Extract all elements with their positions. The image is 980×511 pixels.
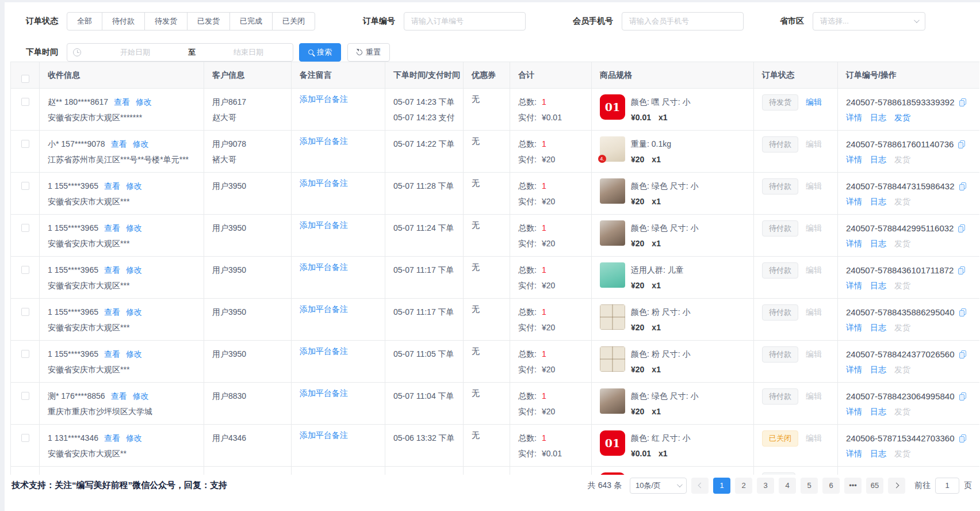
select-all-checkbox[interactable] — [21, 75, 29, 83]
prev-page-button[interactable] — [691, 478, 709, 494]
add-note-link[interactable]: 添加平台备注 — [300, 346, 348, 356]
log-link[interactable]: 日志 — [870, 407, 886, 416]
detail-link[interactable]: 详情 — [846, 155, 862, 164]
page-button-65[interactable]: 65 — [866, 478, 883, 494]
view-link[interactable]: 查看 — [104, 349, 120, 359]
date-range-picker[interactable]: 至 — [67, 43, 293, 62]
modify-link[interactable]: 修改 — [126, 433, 142, 443]
log-link[interactable]: 日志 — [870, 449, 886, 458]
page-button-3[interactable]: 3 — [757, 478, 774, 494]
start-date-input[interactable] — [85, 48, 186, 56]
next-page-button[interactable] — [888, 478, 905, 494]
row-checkbox[interactable] — [21, 350, 29, 358]
end-date-input[interactable] — [198, 48, 299, 56]
row-checkbox[interactable] — [21, 224, 29, 232]
status-filter-pending-payment[interactable]: 待付款 — [102, 12, 145, 30]
copy-icon[interactable] — [958, 140, 965, 148]
view-link[interactable]: 查看 — [104, 223, 120, 232]
copy-icon[interactable] — [958, 224, 965, 232]
row-checkbox[interactable] — [21, 392, 29, 400]
header-orderno: 订单编号/操作 — [838, 62, 980, 89]
modify-link[interactable]: 修改 — [133, 139, 149, 148]
view-link[interactable]: 查看 — [114, 97, 130, 106]
modify-link[interactable]: 修改 — [126, 349, 142, 359]
detail-link[interactable]: 详情 — [846, 197, 862, 206]
log-link[interactable]: 日志 — [870, 113, 886, 122]
view-link[interactable]: 查看 — [104, 181, 120, 190]
log-link[interactable]: 日志 — [870, 197, 886, 206]
edit-status-link[interactable]: 编辑 — [806, 97, 822, 106]
customer-id: 用户3950 — [212, 178, 286, 194]
modify-link[interactable]: 修改 — [126, 307, 142, 316]
copy-icon[interactable] — [959, 98, 966, 106]
detail-link[interactable]: 详情 — [846, 407, 862, 416]
row-checkbox[interactable] — [21, 140, 29, 148]
row-checkbox[interactable] — [21, 98, 29, 106]
modify-link[interactable]: 修改 — [126, 223, 142, 232]
row-checkbox[interactable] — [21, 182, 29, 190]
add-note-link[interactable]: 添加平台备注 — [300, 178, 348, 188]
view-link[interactable]: 查看 — [104, 433, 120, 443]
log-link[interactable]: 日志 — [870, 239, 886, 248]
page-size-select[interactable]: 10条/页 — [630, 478, 687, 494]
status-filter-shipped[interactable]: 已发货 — [187, 12, 230, 30]
modify-link[interactable]: 修改 — [136, 97, 152, 106]
add-note-link[interactable]: 添加平台备注 — [300, 220, 348, 230]
view-link[interactable]: 查看 — [111, 391, 127, 401]
log-link[interactable]: 日志 — [870, 365, 886, 374]
add-note-link[interactable]: 添加平台备注 — [300, 430, 348, 440]
view-link[interactable]: 查看 — [104, 265, 120, 274]
table-row: 1 155****3965查看修改安徽省安庆市大观区*** 用户3950 添加平… — [11, 257, 980, 299]
product-spec: 颜色: 绿色 尺寸: 小 — [631, 178, 698, 194]
region-select[interactable]: 请选择... — [813, 12, 925, 30]
detail-link[interactable]: 详情 — [846, 113, 862, 122]
search-button[interactable]: 搜索 — [299, 43, 341, 62]
status-filter-completed[interactable]: 已完成 — [229, 12, 273, 30]
page-button-1[interactable]: 1 — [713, 478, 730, 494]
coupon-value: 无 — [464, 89, 510, 131]
ship-link[interactable]: 发货 — [894, 113, 910, 122]
copy-icon[interactable] — [959, 434, 966, 443]
add-note-link[interactable]: 添加平台备注 — [300, 304, 348, 314]
log-link[interactable]: 日志 — [870, 155, 886, 164]
copy-icon[interactable] — [958, 266, 965, 274]
member-phone-input[interactable] — [622, 12, 744, 30]
copy-icon[interactable] — [959, 182, 966, 190]
detail-link[interactable]: 详情 — [846, 449, 862, 458]
page-button-5[interactable]: 5 — [801, 478, 818, 494]
reset-button[interactable]: 重置 — [347, 43, 390, 62]
add-note-link[interactable]: 添加平台备注 — [300, 94, 348, 104]
copy-icon[interactable] — [959, 392, 966, 401]
modify-link[interactable]: 修改 — [126, 181, 142, 190]
detail-link[interactable]: 详情 — [846, 323, 862, 332]
modify-link[interactable]: 修改 — [126, 265, 142, 274]
log-link[interactable]: 日志 — [870, 281, 886, 290]
detail-link[interactable]: 详情 — [846, 239, 862, 248]
status-filter-pending-shipment[interactable]: 待发货 — [144, 12, 187, 30]
goto-page-input[interactable] — [935, 478, 959, 494]
status-filter-closed[interactable]: 已关闭 — [272, 12, 315, 30]
view-link[interactable]: 查看 — [111, 139, 127, 148]
recipient-name-phone: 1 131****4346 — [48, 433, 98, 443]
detail-link[interactable]: 详情 — [846, 365, 862, 374]
copy-icon[interactable] — [959, 350, 966, 359]
add-note-link[interactable]: 添加平台备注 — [300, 388, 348, 398]
status-filter-all[interactable]: 全部 — [67, 12, 102, 30]
product-spec: 颜色: 红 尺寸: 小 — [631, 430, 690, 446]
view-link[interactable]: 查看 — [104, 307, 120, 316]
log-link[interactable]: 日志 — [870, 323, 886, 332]
row-checkbox[interactable] — [21, 308, 29, 316]
page-button-2[interactable]: 2 — [735, 478, 752, 494]
row-checkbox[interactable] — [21, 434, 29, 442]
modify-link[interactable]: 修改 — [133, 391, 149, 401]
more-pages-button[interactable]: ••• — [844, 478, 862, 494]
detail-link[interactable]: 详情 — [846, 281, 862, 290]
page-button-6[interactable]: 6 — [822, 478, 840, 494]
product-image: 01 — [600, 94, 625, 120]
row-checkbox[interactable] — [21, 266, 29, 274]
copy-icon[interactable] — [959, 308, 966, 316]
page-button-4[interactable]: 4 — [779, 478, 796, 494]
add-note-link[interactable]: 添加平台备注 — [300, 262, 348, 272]
add-note-link[interactable]: 添加平台备注 — [300, 136, 348, 146]
order-no-input[interactable] — [404, 12, 526, 30]
